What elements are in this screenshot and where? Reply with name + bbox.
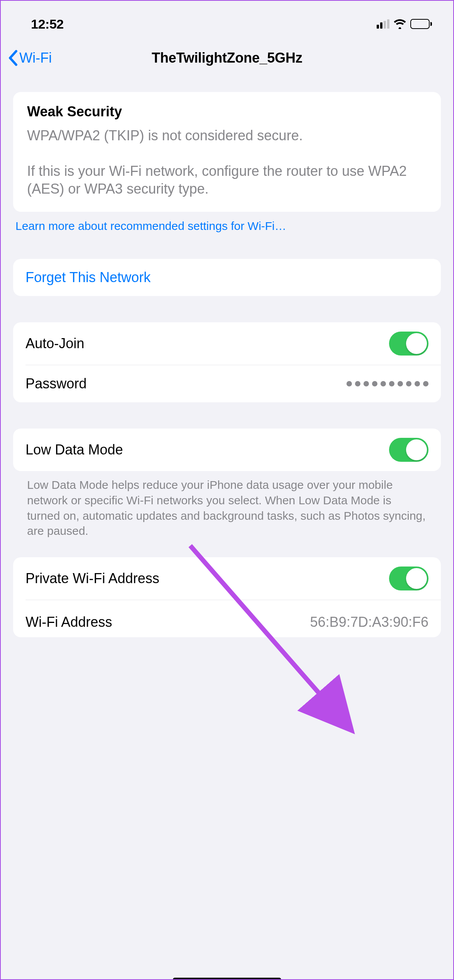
password-mask xyxy=(346,381,428,386)
low-data-mode-row: Low Data Mode xyxy=(13,429,441,471)
security-heading: Weak Security xyxy=(27,104,427,120)
private-wifi-address-toggle[interactable] xyxy=(389,567,428,590)
battery-icon xyxy=(410,19,432,29)
wifi-icon xyxy=(393,19,406,29)
cellular-signal-icon xyxy=(377,19,389,29)
forget-network-card: Forget This Network xyxy=(13,259,441,296)
password-label: Password xyxy=(26,376,87,392)
status-bar: 12:52 xyxy=(1,1,453,39)
security-body: WPA/WPA2 (TKIP) is not considered secure… xyxy=(27,127,427,198)
private-wifi-address-label: Private Wi-Fi Address xyxy=(26,570,159,587)
back-button[interactable]: Wi-Fi xyxy=(8,50,52,66)
auto-join-toggle[interactable] xyxy=(389,332,428,356)
wifi-address-label: Wi-Fi Address xyxy=(26,614,112,630)
private-wifi-address-row: Private Wi-Fi Address xyxy=(13,557,441,600)
back-label: Wi-Fi xyxy=(19,50,52,66)
forget-network-label: Forget This Network xyxy=(26,269,150,286)
low-data-mode-toggle[interactable] xyxy=(389,438,428,462)
security-warning-card: Weak Security WPA/WPA2 (TKIP) is not con… xyxy=(13,92,441,212)
auto-join-row: Auto-Join xyxy=(13,322,441,365)
status-icons xyxy=(377,19,432,29)
nav-bar: Wi-Fi TheTwilightZone_5GHz xyxy=(1,39,453,77)
address-settings-group: Private Wi-Fi Address Wi-Fi Address 56:B… xyxy=(13,557,441,637)
status-time: 12:52 xyxy=(31,17,63,32)
chevron-left-icon xyxy=(8,50,18,66)
home-indicator xyxy=(173,978,281,980)
connection-settings-group: Auto-Join Password xyxy=(13,322,441,402)
learn-more-link[interactable]: Learn more about recommended settings fo… xyxy=(13,212,441,233)
page-title: TheTwilightZone_5GHz xyxy=(152,50,302,66)
low-data-mode-label: Low Data Mode xyxy=(26,442,123,458)
low-data-mode-group: Low Data Mode xyxy=(13,429,441,471)
low-data-mode-note: Low Data Mode helps reduce your iPhone d… xyxy=(13,471,441,538)
wifi-address-row: Wi-Fi Address 56:B9:7D:A3:90:F6 xyxy=(13,600,441,637)
wifi-address-value: 56:B9:7D:A3:90:F6 xyxy=(310,614,428,630)
forget-network-button[interactable]: Forget This Network xyxy=(13,259,441,296)
password-row[interactable]: Password xyxy=(13,365,441,402)
auto-join-label: Auto-Join xyxy=(26,335,84,352)
